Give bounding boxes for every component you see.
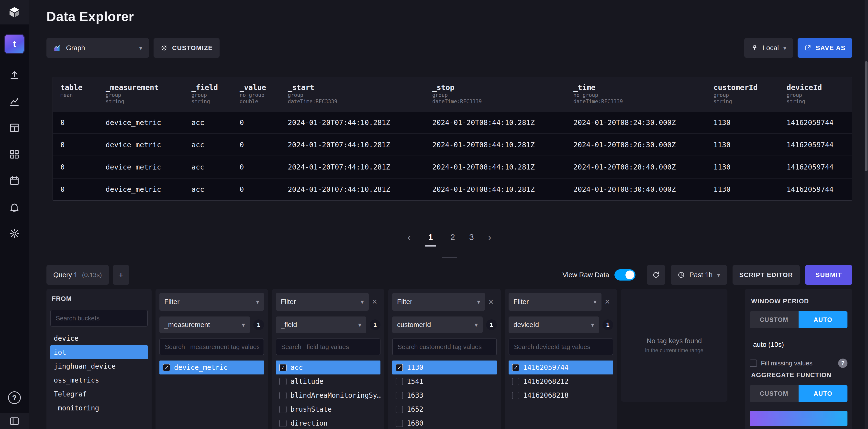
bucket-item[interactable]: Telegraf — [50, 387, 148, 401]
tag-value-item-selected[interactable]: 1130 — [392, 361, 497, 374]
sidebar-item-dashboards[interactable] — [7, 122, 22, 133]
checkbox-checked-icon[interactable] — [279, 364, 286, 371]
view-raw-data-toggle[interactable] — [615, 269, 636, 280]
save-location-dropdown[interactable]: Local — [744, 38, 793, 58]
tag-value-item[interactable]: brushState — [276, 402, 380, 416]
checkbox-checked-icon[interactable] — [396, 364, 403, 371]
checkbox-icon[interactable] — [396, 406, 403, 413]
bucket-item[interactable]: jinghuan_device — [50, 359, 148, 373]
tag-value-item[interactable]: 1652 — [392, 402, 497, 416]
fill-missing-checkbox[interactable] — [750, 360, 757, 367]
tag-value-item[interactable]: 14162068218 — [508, 389, 613, 402]
filter-function-dropdown[interactable]: Filter — [508, 293, 601, 311]
bucket-item[interactable]: device — [50, 331, 148, 345]
help-icon[interactable]: ? — [838, 359, 847, 368]
bucket-item-selected[interactable]: iot — [50, 345, 148, 359]
close-icon[interactable] — [369, 297, 380, 307]
checkbox-icon[interactable] — [512, 378, 519, 385]
sidebar-expand-button[interactable] — [0, 413, 29, 429]
aggregate-function-pill[interactable] — [750, 411, 847, 426]
tag-key-dropdown[interactable]: customerId — [392, 316, 483, 333]
query-toolbar: Query 1 (0.13s) + View Raw Data Past 1h — [46, 265, 852, 285]
sidebar-item-settings[interactable] — [7, 228, 22, 239]
next-page-icon[interactable]: › — [488, 232, 491, 242]
filter-function-dropdown[interactable]: Filter — [159, 293, 264, 311]
checkbox-icon[interactable] — [279, 420, 286, 427]
tag-value-search-input[interactable] — [159, 338, 264, 355]
tag-value-item[interactable]: altitude — [276, 374, 380, 389]
aggregate-auto-button[interactable]: AUTO — [799, 385, 847, 402]
submit-button[interactable]: SUBMIT — [805, 265, 852, 285]
time-range-dropdown[interactable]: Past 1h — [671, 265, 727, 285]
aggregate-custom-button[interactable]: CUSTOM — [750, 385, 799, 402]
tag-value-search-input[interactable] — [392, 338, 497, 355]
tag-key-dropdown[interactable]: _measurement — [159, 316, 250, 333]
checkbox-icon[interactable] — [279, 378, 286, 385]
tag-value-search-input[interactable] — [276, 338, 380, 355]
tag-value-item-selected[interactable]: device_metric — [159, 361, 264, 374]
bucket-item[interactable]: oss_metrics — [50, 373, 148, 387]
sidebar-item-upload[interactable] — [7, 69, 22, 81]
tag-value-item[interactable]: direction — [276, 416, 380, 429]
checkbox-icon[interactable] — [279, 406, 286, 413]
checkbox-icon[interactable] — [396, 392, 403, 399]
page-number-2[interactable]: 2 — [451, 232, 455, 242]
save-as-label: SAVE AS — [816, 44, 845, 52]
checkbox-checked-icon[interactable] — [163, 364, 170, 371]
sidebar-item-tasks[interactable] — [7, 175, 22, 186]
filter-function-label: Filter — [514, 298, 529, 306]
tag-key-dropdown[interactable]: deviceId — [508, 316, 599, 333]
sidebar-item-data-explorer[interactable] — [7, 96, 22, 107]
query-duration: (0.13s) — [82, 271, 102, 279]
tag-value-item[interactable]: 1633 — [392, 389, 497, 402]
user-avatar[interactable]: t — [5, 35, 24, 53]
divider — [641, 269, 641, 281]
page-number-1[interactable]: 1 — [425, 232, 436, 247]
close-icon[interactable] — [601, 297, 613, 307]
tag-key-label: _measurement — [164, 321, 210, 329]
tag-value-item-selected[interactable]: 14162059744 — [508, 361, 613, 374]
checkbox-icon[interactable] — [279, 392, 286, 399]
close-icon[interactable] — [485, 297, 497, 307]
filter-function-dropdown[interactable]: Filter — [392, 293, 485, 311]
avatar-letter: t — [13, 39, 16, 49]
column-header-stop: _stop group dateTime:RFC3339 — [432, 83, 574, 105]
bucket-search-input[interactable] — [50, 310, 148, 327]
tag-value-search-input[interactable] — [508, 338, 613, 355]
page-number-3[interactable]: 3 — [469, 232, 474, 242]
window-auto-button[interactable]: AUTO — [799, 311, 847, 328]
query-tab[interactable]: Query 1 (0.13s) — [46, 265, 109, 285]
checkbox-icon[interactable] — [396, 420, 403, 427]
checkbox-checked-icon[interactable] — [512, 364, 519, 371]
save-as-button[interactable]: SAVE AS — [798, 38, 852, 58]
filter-function-dropdown[interactable]: Filter — [276, 293, 369, 311]
checkbox-icon[interactable] — [396, 378, 403, 385]
scrollbar-thumb[interactable] — [865, 61, 868, 171]
script-editor-button[interactable]: SCRIPT EDITOR — [733, 265, 800, 285]
influxdb-logo-button[interactable] — [0, 0, 29, 25]
sidebar-expand-icon — [9, 416, 20, 427]
checkbox-icon[interactable] — [512, 392, 519, 399]
visualization-type-dropdown[interactable]: Graph — [46, 38, 149, 58]
tag-key-dropdown[interactable]: _field — [276, 316, 366, 333]
sidebar-item-alerts[interactable] — [7, 202, 22, 213]
refresh-button[interactable] — [647, 265, 665, 285]
empty-state-title: No tag keys found — [647, 337, 702, 345]
fill-missing-label: Fill missing values — [761, 360, 812, 367]
tag-value-item[interactable]: blindAreaMonitoringSy… — [276, 389, 380, 402]
customize-button[interactable]: CUSTOMIZE — [154, 38, 220, 58]
tag-value-item[interactable]: 14162068212 — [508, 374, 613, 389]
tag-value-item-selected[interactable]: acc — [276, 361, 380, 374]
resize-handle[interactable] — [442, 257, 457, 258]
add-query-button[interactable]: + — [113, 265, 129, 285]
bucket-item[interactable]: _monitoring — [50, 401, 148, 415]
save-location-label: Local — [763, 44, 779, 52]
tag-value-item[interactable]: 1680 — [392, 416, 497, 429]
prev-page-icon[interactable]: ‹ — [408, 232, 411, 242]
window-custom-button[interactable]: CUSTOM — [750, 311, 799, 328]
sidebar-item-notebooks[interactable] — [7, 149, 22, 160]
tag-value-item[interactable]: 1541 — [392, 374, 497, 389]
aggregate-function-segment: CUSTOM AUTO — [750, 385, 847, 402]
help-menu-button[interactable]: ? — [8, 391, 21, 404]
window-period-segment: CUSTOM AUTO — [750, 311, 847, 328]
